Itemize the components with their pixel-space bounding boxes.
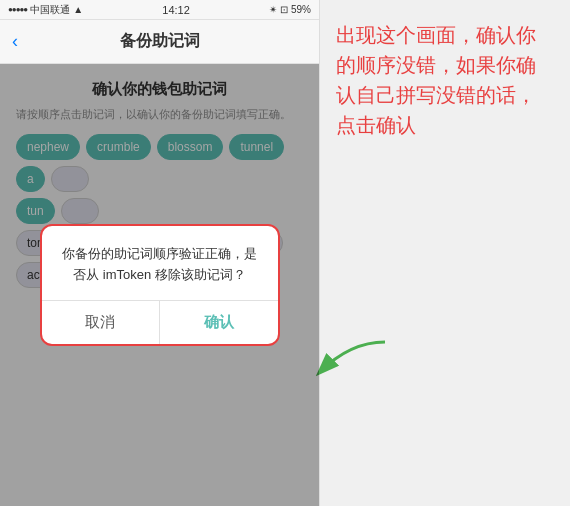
phone-panel: ●●●●● 中国联通 ▲ 14:12 ✴ ⊡ 59% ‹ 备份助记词 确认你的钱… [0, 0, 320, 506]
wifi-icon: ▲ [73, 4, 83, 15]
carrier-label: 中国联通 [30, 3, 70, 17]
back-button[interactable]: ‹ [12, 31, 18, 52]
signal-dots: ●●●●● [8, 5, 27, 14]
annotation-text: 出现这个画面，确认你的顺序没错，如果你确认自己拼写没错的话，点击确认 [336, 20, 554, 140]
bluetooth-icon: ✴ [269, 4, 277, 15]
nav-bar: ‹ 备份助记词 [0, 20, 319, 64]
modal-actions: 取消 确认 [42, 300, 278, 344]
battery-percent: 59% [291, 4, 311, 15]
nav-title: 备份助记词 [120, 31, 200, 52]
status-bar: ●●●●● 中国联通 ▲ 14:12 ✴ ⊡ 59% [0, 0, 319, 20]
modal-overlay: 你备份的助记词顺序验证正确，是否从 imToken 移除该助记词？ 取消 确认 [0, 64, 319, 506]
arrow-container [310, 332, 390, 396]
arrow-icon [310, 332, 390, 392]
modal-text: 你备份的助记词顺序验证正确，是否从 imToken 移除该助记词？ [60, 244, 260, 286]
time-display: 14:12 [162, 4, 190, 16]
battery-icon: ⊡ [280, 4, 288, 15]
modal-ok-button[interactable]: 确认 [160, 301, 278, 344]
modal-cancel-button[interactable]: 取消 [42, 301, 161, 344]
main-content: 确认你的钱包助记词 请按顺序点击助记词，以确认你的备份助记词填写正确。 neph… [0, 64, 319, 506]
status-left: ●●●●● 中国联通 ▲ [8, 3, 83, 17]
modal-dialog: 你备份的助记词顺序验证正确，是否从 imToken 移除该助记词？ 取消 确认 [40, 224, 280, 346]
status-right: ✴ ⊡ 59% [269, 4, 311, 15]
annotation-panel: 出现这个画面，确认你的顺序没错，如果你确认自己拼写没错的话，点击确认 [320, 0, 570, 506]
modal-body: 你备份的助记词顺序验证正确，是否从 imToken 移除该助记词？ [42, 226, 278, 300]
